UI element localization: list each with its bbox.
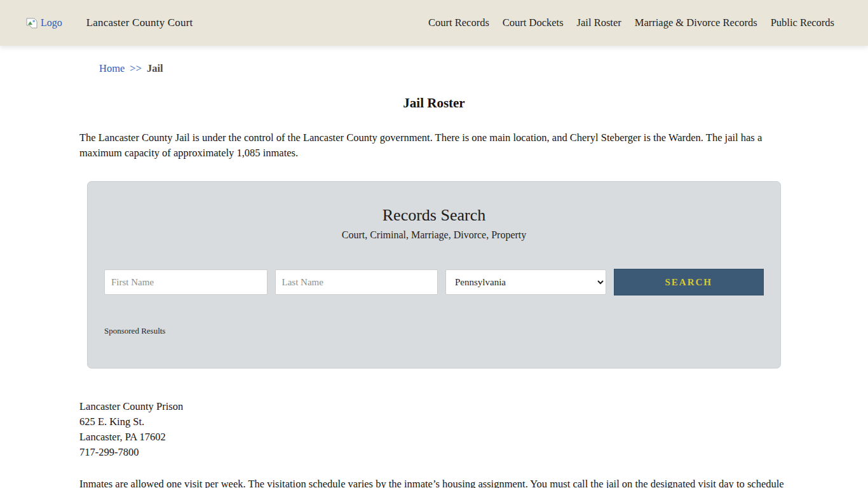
main-nav: Court Records Court Dockets Jail Roster … xyxy=(428,17,834,29)
records-search-panel: Records Search Court, Criminal, Marriage… xyxy=(87,181,781,369)
first-name-input[interactable] xyxy=(104,269,268,295)
visitation-paragraph: Inmates are allowed one visit per week. … xyxy=(79,477,789,488)
breadcrumb-home-link[interactable]: Home xyxy=(99,62,125,74)
state-select[interactable]: Pennsylvania xyxy=(445,269,606,295)
logo-link[interactable]: Logo xyxy=(25,17,62,29)
last-name-input[interactable] xyxy=(275,269,438,295)
nav-item-court-dockets[interactable]: Court Dockets xyxy=(503,17,564,29)
breadcrumb: Home>>Jail xyxy=(99,46,789,75)
jail-address-block: Lancaster County Prison 625 E. King St. … xyxy=(79,399,789,460)
nav-item-marriage-divorce-records[interactable]: Marriage & Divorce Records xyxy=(635,17,757,29)
sponsored-results-label: Sponsored Results xyxy=(104,326,764,336)
jail-phone: 717-299-7800 xyxy=(79,445,789,460)
search-form-row: Pennsylvania SEARCH xyxy=(104,269,764,295)
main-content: Home>>Jail Jail Roster The Lancaster Cou… xyxy=(0,46,868,488)
nav-item-jail-roster[interactable]: Jail Roster xyxy=(577,17,621,29)
breadcrumb-current: Jail xyxy=(147,62,163,74)
nav-item-court-records[interactable]: Court Records xyxy=(428,17,489,29)
intro-paragraph: The Lancaster County Jail is under the c… xyxy=(79,130,789,161)
search-button[interactable]: SEARCH xyxy=(614,269,764,295)
site-title: Lancaster County Court xyxy=(86,17,193,29)
jail-street: 625 E. King St. xyxy=(79,414,789,430)
page-title: Jail Roster xyxy=(79,95,789,111)
jail-name: Lancaster County Prison xyxy=(79,399,789,414)
records-search-subtitle: Court, Criminal, Marriage, Divorce, Prop… xyxy=(104,229,764,241)
jail-city-state-zip: Lancaster, PA 17602 xyxy=(79,430,789,445)
logo-alt-text: Logo xyxy=(41,17,62,29)
logo-broken-image-icon xyxy=(25,18,38,29)
records-search-title: Records Search xyxy=(104,206,764,225)
breadcrumb-separator: >> xyxy=(130,62,142,74)
nav-item-public-records[interactable]: Public Records xyxy=(771,17,834,29)
site-header: Logo Lancaster County Court Court Record… xyxy=(0,0,868,46)
